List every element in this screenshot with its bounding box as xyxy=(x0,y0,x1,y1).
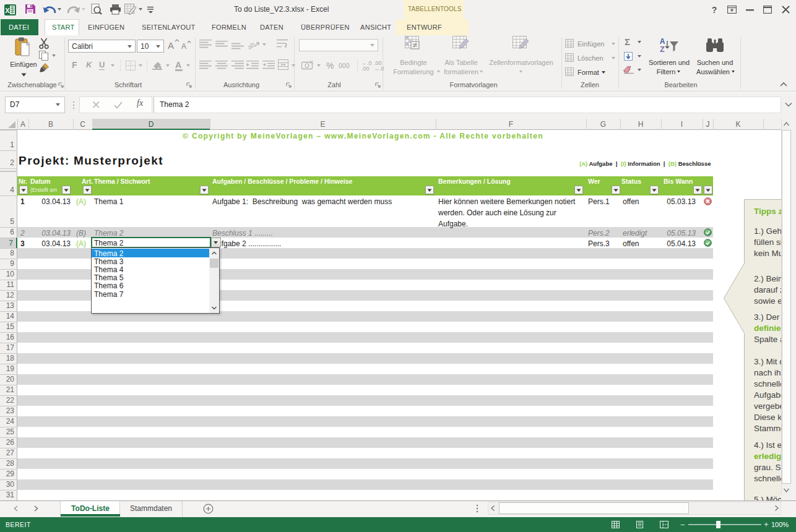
svg-text:ab: ab xyxy=(246,40,256,51)
svg-text:A: A xyxy=(660,37,665,46)
svg-text:?: ? xyxy=(712,6,717,14)
svg-text:A: A xyxy=(181,42,186,51)
svg-text:Z: Z xyxy=(660,45,664,54)
svg-text:X: X xyxy=(5,7,10,14)
svg-text:A: A xyxy=(168,40,174,51)
